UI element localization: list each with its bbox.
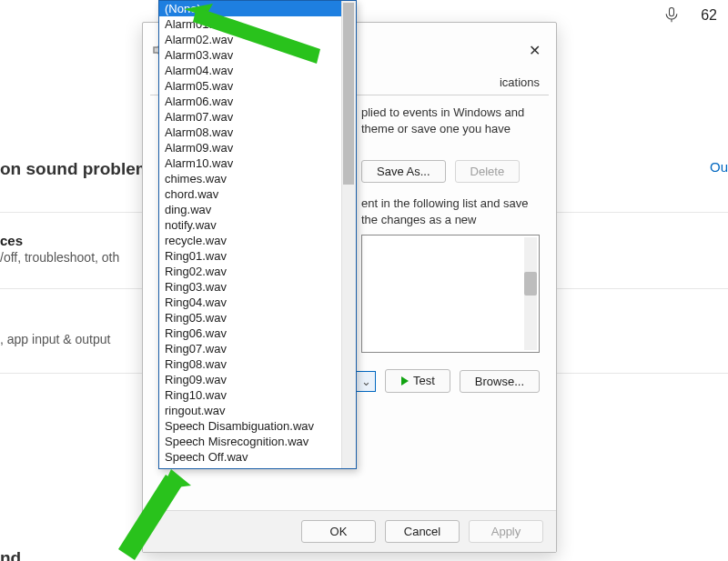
- ok-button[interactable]: OK: [301, 520, 376, 543]
- combobox-option[interactable]: Ring10.wav: [159, 387, 341, 403]
- combobox-option[interactable]: Alarm07.wav: [159, 109, 341, 125]
- combobox-option[interactable]: Alarm06.wav: [159, 94, 341, 109]
- combobox-option[interactable]: Alarm04.wav: [159, 63, 341, 78]
- combobox-option[interactable]: chord.wav: [159, 186, 341, 202]
- save-as-button[interactable]: Save As...: [361, 160, 446, 183]
- cancel-button[interactable]: Cancel: [385, 520, 460, 543]
- combobox-option[interactable]: Alarm05.wav: [159, 78, 341, 94]
- combobox-option[interactable]: Alarm10.wav: [159, 155, 341, 171]
- scrollbar-thumb[interactable]: [524, 272, 537, 296]
- svg-marker-4: [193, 7, 320, 64]
- combobox-option[interactable]: notify.wav: [159, 217, 341, 233]
- combobox-option[interactable]: Ring05.wav: [159, 310, 341, 326]
- svg-rect-0: [670, 8, 674, 16]
- annotation-arrow-bottom: [118, 469, 191, 560]
- close-icon: ✕: [529, 42, 541, 59]
- sound-combobox-popup[interactable]: (None)Alarm01.Alarm02.wavAlarm03.wavAlar…: [158, 0, 357, 469]
- combobox-option[interactable]: Ring03.wav: [159, 279, 341, 295]
- section-ces-subtitle: /off, troubleshoot, oth: [0, 250, 119, 265]
- combobox-option[interactable]: Ring06.wav: [159, 326, 341, 341]
- trailing-text: nd: [0, 548, 21, 561]
- tab-communications[interactable]: ications: [490, 74, 549, 95]
- dialog-button-row: OK Cancel Apply: [143, 510, 556, 552]
- section-ces-title: ces: [0, 233, 119, 248]
- combobox-option[interactable]: ding.wav: [159, 202, 341, 217]
- combobox-option[interactable]: Speech Disambiguation.wav: [159, 418, 341, 434]
- combobox-option[interactable]: Ring07.wav: [159, 341, 341, 356]
- combobox-option[interactable]: Speech Misrecognition.wav: [159, 434, 341, 449]
- combobox-option[interactable]: Ring08.wav: [159, 356, 341, 372]
- combobox-option[interactable]: Speech Off.wav: [159, 449, 341, 465]
- combobox-option[interactable]: Ring04.wav: [159, 295, 341, 310]
- combobox-option[interactable]: recycle.wav: [159, 233, 341, 248]
- combobox-option[interactable]: Alarm09.wav: [159, 140, 341, 155]
- heading-sound-problems: on sound problems: [0, 159, 160, 179]
- combobox-option[interactable]: Ring01.wav: [159, 248, 341, 264]
- test-button[interactable]: Test: [385, 369, 450, 393]
- annotation-arrow-top: [184, 4, 320, 64]
- mic-icon[interactable]: [662, 5, 681, 24]
- section-mixer-subtitle: , app input & output: [0, 332, 110, 346]
- scrollbar[interactable]: [341, 1, 356, 468]
- close-button[interactable]: ✕: [521, 37, 547, 63]
- svg-marker-2: [401, 376, 409, 386]
- svg-marker-6: [118, 475, 182, 560]
- dialog-text-top-line1: plied to events in Windows and theme or …: [361, 105, 540, 136]
- apply-button: Apply: [469, 520, 543, 543]
- scrollbar-thumb[interactable]: [343, 3, 354, 185]
- combobox-option[interactable]: ringout.wav: [159, 403, 341, 418]
- browse-button[interactable]: Browse...: [460, 370, 540, 393]
- topbar-value: 62: [701, 7, 717, 24]
- program-events-list[interactable]: [361, 235, 540, 353]
- play-icon: [400, 375, 410, 388]
- dialog-text-mid: ent in the following list and save the c…: [361, 195, 540, 227]
- delete-button: Delete: [455, 160, 521, 183]
- combobox-option[interactable]: chimes.wav: [159, 171, 341, 186]
- combobox-option[interactable]: Alarm08.wav: [159, 125, 341, 140]
- combobox-option[interactable]: Ring02.wav: [159, 264, 341, 279]
- combobox-option[interactable]: Ring09.wav: [159, 372, 341, 387]
- chevron-down-icon: ⌄: [361, 375, 371, 388]
- output-label: Ou: [710, 159, 728, 175]
